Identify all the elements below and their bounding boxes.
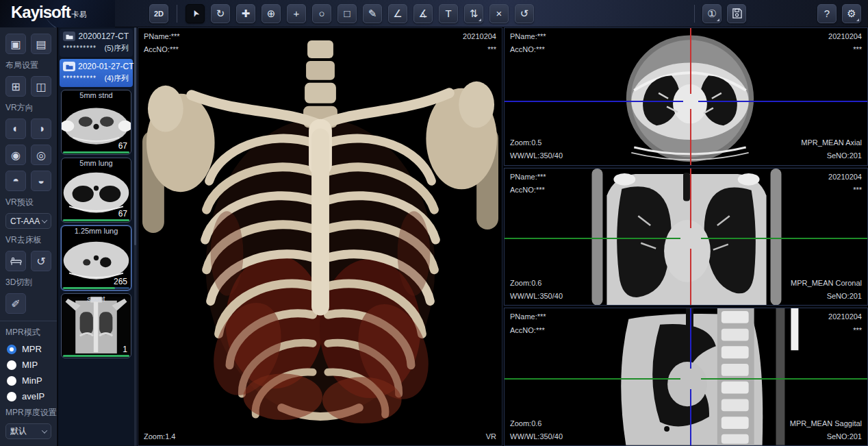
- zoom-window-overlay: Zoom:0.6 WW/WL:350/40: [510, 277, 563, 303]
- accession-number: AccNO:***: [144, 43, 180, 56]
- radio-aveip-label: aveIP: [22, 391, 44, 401]
- window-width-level: WW/WL:350/40: [510, 149, 563, 162]
- restore-bed-button[interactable]: ↺: [31, 251, 51, 271]
- axial-crosshair-vertical[interactable]: [690, 28, 691, 94]
- delete-annotation-button[interactable]: ×: [489, 4, 509, 23]
- series-thumbnail-125mm-lung[interactable]: 1.25mm lung 265: [61, 225, 131, 290]
- vr-head-left-button[interactable]: ◐: [5, 119, 26, 139]
- vr-bottom-view-button[interactable]: ◒: [31, 171, 51, 191]
- series-thumbnail-5mm-lung[interactable]: 5mm lung 67: [61, 158, 131, 223]
- cut-3d-label: 3D切割: [5, 277, 51, 288]
- scalpel-icon: ✐: [11, 297, 20, 310]
- single-view-layout-icon: ▣: [10, 38, 21, 51]
- series-count: (5)序列: [105, 43, 129, 53]
- series-number: SeNO:201: [791, 290, 862, 303]
- pan-button[interactable]: ✚: [236, 4, 255, 23]
- select-tool-button[interactable]: ➤: [186, 4, 205, 23]
- scrollbar-thumb[interactable]: [134, 27, 136, 245]
- study-date-overlay: 20210204 ***: [828, 310, 862, 337]
- vr-viewport[interactable]: PName:*** AccNO:*** 20210204 *** Zoom:1.…: [138, 27, 502, 446]
- restore-icon: ↺: [36, 255, 45, 268]
- locator-button[interactable]: +: [287, 4, 306, 23]
- single-view-layout-button[interactable]: ▣: [5, 34, 26, 54]
- cobb-angle-button[interactable]: ∡: [413, 4, 433, 23]
- sagittal-crosshair-vertical[interactable]: [690, 389, 691, 445]
- brand-name: Kayisoft: [11, 3, 71, 21]
- radio-minp-label: MinP: [22, 375, 42, 386]
- coronal-crosshair-vertical[interactable]: [690, 249, 691, 306]
- study-item-selected[interactable]: 2020-01-27-CT ********** (4)序列: [60, 59, 133, 87]
- radio-mip[interactable]: MIP: [7, 360, 51, 370]
- zoom-window-overlay: Zoom:0.5 WW/WL:350/40: [510, 136, 563, 163]
- rotate-3d-button[interactable]: ↻: [211, 4, 230, 23]
- floppy-save-icon: [732, 8, 742, 18]
- coronal-crosshair-horizontal[interactable]: [701, 238, 867, 239]
- radio-mpr[interactable]: MPR: [7, 344, 51, 354]
- sagittal-crosshair-vertical[interactable]: [690, 308, 691, 369]
- rect-roi-button[interactable]: □: [337, 4, 357, 23]
- ellipse-roi-button[interactable]: ○: [312, 4, 331, 23]
- axial-crosshair-horizontal[interactable]: [505, 101, 683, 102]
- series-scrollbar[interactable]: [134, 27, 136, 446]
- accession-number: AccNO:***: [510, 184, 546, 197]
- coronal-crosshair-horizontal[interactable]: [505, 238, 680, 239]
- mpr-coronal-viewport[interactable]: PName:*** AccNO:*** 20210204 *** Zoom:0.…: [504, 168, 868, 306]
- radio-aveip[interactable]: aveIP: [7, 391, 51, 401]
- study-id-masked: ***: [463, 43, 496, 56]
- thumbnail-image-count: 1: [123, 345, 127, 354]
- patient-overlay: PName:*** AccNO:***: [510, 171, 546, 197]
- sagittal-crosshair-horizontal[interactable]: [505, 378, 680, 380]
- remove-bed-button[interactable]: [5, 251, 26, 271]
- vr-back-view-button[interactable]: ◎: [31, 145, 51, 165]
- chevron-down-icon: [42, 428, 47, 433]
- vr-top-view-button[interactable]: ◓: [5, 171, 26, 191]
- pencil-ruler-icon: ✎: [368, 8, 377, 20]
- split-layout-button[interactable]: ◫: [31, 76, 51, 97]
- tool-group-right: ① ? ⚙: [692, 4, 868, 23]
- reset-view-button[interactable]: ↺: [515, 4, 534, 23]
- vr-front-view-button[interactable]: ◉: [5, 145, 26, 165]
- study-item[interactable]: 20200127-CT ********** (5)序列: [60, 29, 133, 57]
- scalpel-cut-button[interactable]: ✐: [5, 293, 26, 314]
- zoom-factor: Zoom:1.4: [144, 430, 175, 443]
- axial-crosshair-horizontal[interactable]: [698, 101, 867, 102]
- study-date: 20210204: [828, 30, 862, 43]
- mpr-thickness-select[interactable]: 默认: [5, 423, 51, 439]
- chevron-down-icon: [42, 217, 47, 223]
- save-button[interactable]: [727, 4, 746, 23]
- grid-layout-button[interactable]: ⊞: [5, 76, 26, 97]
- vr-preset-select[interactable]: CT-AAA: [5, 213, 51, 229]
- zoom-button[interactable]: ⊕: [261, 4, 281, 23]
- magnifier-icon: ⊕: [267, 8, 276, 20]
- vr-head-left-icon: ◐: [12, 123, 19, 135]
- mpr-axial-viewport[interactable]: PName:*** AccNO:*** 20210204 *** Zoom:0.…: [504, 27, 868, 166]
- report-layout-button[interactable]: ▤: [31, 34, 51, 54]
- mpr-sagittal-viewport[interactable]: PName:*** AccNO:*** 20210204 *** Zoom:0.…: [504, 308, 868, 446]
- patient-overlay: PName:*** AccNO:***: [144, 30, 180, 57]
- mpr-column: PName:*** AccNO:*** 20210204 *** Zoom:0.…: [504, 27, 868, 446]
- series-info-button[interactable]: ①: [702, 4, 722, 23]
- sagittal-crosshair-horizontal[interactable]: [701, 378, 867, 380]
- help-button[interactable]: ?: [817, 4, 837, 23]
- text-annotation-button[interactable]: T: [439, 4, 458, 23]
- series-thumbnail-scout[interactable]: scout 1: [61, 293, 131, 358]
- angle-button[interactable]: ∠: [388, 4, 407, 23]
- info-circle-icon: ①: [707, 8, 716, 20]
- measure-button[interactable]: ✎: [363, 4, 382, 23]
- series-thumbnail-5mm-stnd[interactable]: 5mm stnd 67: [61, 90, 131, 155]
- coronal-crosshair-vertical[interactable]: [690, 169, 691, 228]
- plane-label: MPR_MEAN Coronal: [791, 277, 862, 290]
- patient-overlay: PName:*** AccNO:***: [510, 30, 546, 57]
- settings-button[interactable]: ⚙: [842, 4, 861, 23]
- accession-number: AccNO:***: [510, 324, 546, 337]
- brand-suffix: 卡易: [72, 10, 87, 20]
- vr-top-icon: ◓: [12, 175, 19, 187]
- window-level-button[interactable]: ⇅: [464, 4, 483, 23]
- layout-2d-button[interactable]: 2D: [149, 4, 168, 23]
- layout-settings-label: 布局设置: [5, 60, 51, 71]
- cursor-icon: ➤: [189, 8, 201, 18]
- radio-minp[interactable]: MinP: [7, 375, 51, 386]
- vr-head-right-button[interactable]: ◑: [31, 119, 51, 139]
- vr-direction-label: VR方向: [5, 102, 51, 114]
- axial-crosshair-vertical[interactable]: [690, 109, 691, 165]
